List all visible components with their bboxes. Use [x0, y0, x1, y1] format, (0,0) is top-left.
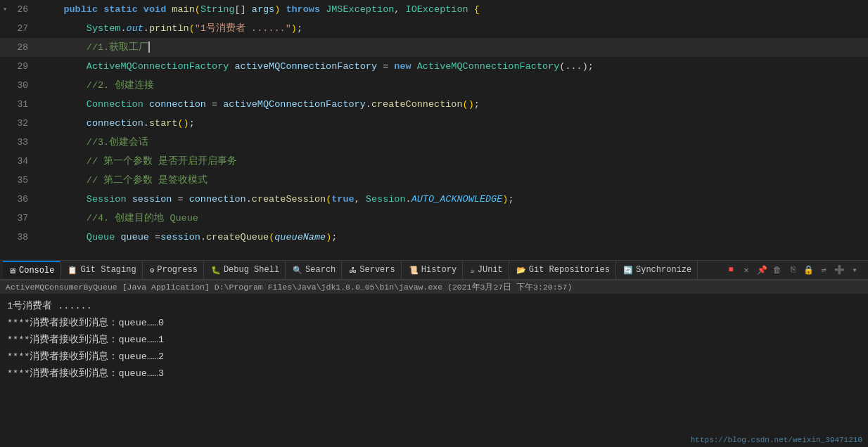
code-line: Queue queue =session.createQueue(queueNa… [35, 228, 868, 247]
code-line: connection.start(); [35, 114, 868, 133]
history-icon: 📜 [409, 266, 419, 275]
search-label: Search [305, 265, 336, 275]
line-number: 32 [0, 114, 35, 133]
table-row: 33 //3.创建会话 [0, 133, 868, 152]
line-number: 30 [0, 76, 35, 95]
remove-button[interactable]: ✕ [740, 264, 753, 276]
table-row: 34 // 第一个参数 是否开启开启事务 [0, 152, 868, 171]
editor-area: ▾ 26 public static void main(String[] ar… [0, 0, 868, 260]
tab-git-staging[interactable]: 📋 Git Staging [62, 261, 142, 279]
console-output: 1号消费者 ...... ****消费者接收到消息：queue……0 ****消… [0, 294, 868, 447]
servers-label: Servers [359, 265, 395, 275]
table-row: 37 //4. 创建目的地 Queue [0, 209, 868, 228]
tab-history[interactable]: 📜 History [403, 261, 463, 279]
status-text: ActiveMQConsumerByQueue [Java Applicatio… [6, 282, 572, 292]
tab-progress[interactable]: ⚙ Progress [144, 261, 204, 279]
code-line: //1.获取工厂 [35, 38, 868, 57]
table-row: 38 Queue queue =session.createQueue(queu… [0, 228, 868, 247]
table-row: 29 ActiveMQConnectionFactory activeMQCon… [0, 57, 868, 76]
line-number: 28 [0, 38, 35, 57]
bottom-link: https://blog.csdn.net/weixin_39471210 [691, 436, 862, 444]
console-line-1: 1号消费者 ...... [7, 298, 861, 315]
debug-shell-icon: 🐛 [211, 266, 221, 275]
scroll-lock-button[interactable]: 🔒 [802, 264, 815, 276]
progress-icon: ⚙ [150, 266, 155, 275]
console-text-5: ****消费者接收到消息：queue……3 [7, 368, 164, 379]
console-icon: 🖥 [8, 266, 16, 276]
console-line-5: ****消费者接收到消息：queue……3 [7, 365, 861, 382]
word-wrap-button[interactable]: ⇌ [817, 264, 830, 276]
console-line-3: ****消费者接收到消息：queue……1 [7, 332, 861, 349]
console-toolbar: ■ ✕ 📌 🗑 ⎘ 🔒 ⇌ ➕ ▾ [725, 264, 865, 276]
table-row: 27 System.out.println("1号消费者 ......"); [0, 19, 868, 38]
clear-button[interactable]: 🗑 [771, 264, 784, 276]
table-row: 36 Session session = connection.createSe… [0, 190, 868, 209]
console-label: Console [19, 266, 54, 276]
code-line: ActiveMQConnectionFactory activeMQConnec… [35, 57, 868, 76]
synchronize-icon: 🔄 [623, 266, 633, 275]
git-staging-icon: 📋 [68, 266, 77, 275]
line-number: 29 [0, 57, 35, 76]
line-number: 34 [0, 152, 35, 171]
history-label: History [421, 265, 457, 275]
code-line: // 第一个参数 是否开启开启事务 [35, 152, 868, 171]
tab-synchronize[interactable]: 🔄 Synchronize [618, 261, 698, 279]
table-row: 31 Connection connection = activeMQConne… [0, 95, 868, 114]
debug-shell-label: Debug Shell [224, 265, 279, 275]
line-number: 33 [0, 133, 35, 152]
console-text-2: ****消费者接收到消息：queue……0 [7, 318, 164, 328]
table-row: ▾ 26 public static void main(String[] ar… [0, 0, 868, 19]
console-line-4: ****消费者接收到消息：queue……2 [7, 349, 861, 365]
code-line: Session session = connection.createSessi… [35, 190, 868, 209]
status-bar: ActiveMQConsumerByQueue [Java Applicatio… [0, 280, 868, 294]
bottom-section: 🖥 Console 📋 Git Staging ⚙ Progress 🐛 Deb… [0, 260, 868, 447]
junit-icon: ☕ [470, 266, 475, 275]
search-icon: 🔍 [293, 266, 302, 275]
table-row: 28 //1.获取工厂 [0, 38, 868, 57]
code-line: // 第二个参数 是签收模式 [35, 171, 868, 190]
synchronize-label: Synchronize [636, 265, 691, 275]
tab-search[interactable]: 🔍 Search [287, 261, 342, 279]
tab-junit[interactable]: ☕ JUnit [464, 261, 509, 279]
console-text-4: ****消费者接收到消息：queue……2 [7, 351, 164, 362]
stop-button[interactable]: ■ [725, 264, 737, 276]
console-line-2: ****消费者接收到消息：queue……0 [7, 315, 861, 332]
code-line: Connection connection = activeMQConnecti… [35, 95, 868, 114]
junit-label: JUnit [478, 265, 503, 275]
line-number: 38 [0, 228, 35, 247]
copy-button[interactable]: ⎘ [786, 264, 799, 276]
tab-servers[interactable]: 🖧 Servers [343, 261, 401, 279]
git-repos-label: Git Repositories [529, 265, 610, 275]
table-row: 35 // 第二个参数 是签收模式 [0, 171, 868, 190]
servers-icon: 🖧 [349, 266, 357, 275]
tab-debug-shell[interactable]: 🐛 Debug Shell [205, 261, 286, 279]
link-text: https://blog.csdn.net/weixin_39471210 [691, 436, 862, 444]
code-line: System.out.println("1号消费者 ......"); [35, 19, 868, 38]
line-number: ▾ 26 [0, 0, 35, 19]
code-line: //2. 创建连接 [35, 76, 868, 95]
console-text-3: ****消费者接收到消息：queue……1 [7, 335, 164, 345]
tab-git-repos[interactable]: 📂 Git Repositories [511, 261, 616, 279]
new-console-button[interactable]: ➕ [833, 264, 845, 276]
git-staging-label: Git Staging [80, 265, 136, 275]
console-text-1: 1号消费者 ...... [7, 301, 92, 311]
table-row: 30 //2. 创建连接 [0, 76, 868, 95]
line-number: 31 [0, 95, 35, 114]
fold-icon[interactable]: ▾ [3, 0, 7, 19]
line-number: 35 [0, 171, 35, 190]
tab-console[interactable]: 🖥 Console [3, 261, 60, 279]
line-number: 36 [0, 190, 35, 209]
line-number: 37 [0, 209, 35, 228]
code-line: //4. 创建目的地 Queue [35, 209, 868, 228]
progress-label: Progress [157, 265, 198, 275]
code-line: //3.创建会话 [35, 133, 868, 152]
tab-bar: 🖥 Console 📋 Git Staging ⚙ Progress 🐛 Deb… [0, 260, 868, 280]
git-repos-icon: 📂 [516, 266, 526, 275]
table-row: 32 connection.start(); [0, 114, 868, 133]
view-menu-button[interactable]: ▾ [848, 264, 861, 276]
line-number: 27 [0, 19, 35, 38]
pin-button[interactable]: 📌 [755, 264, 768, 276]
code-line: public static void main(String[] args) t… [35, 0, 868, 19]
